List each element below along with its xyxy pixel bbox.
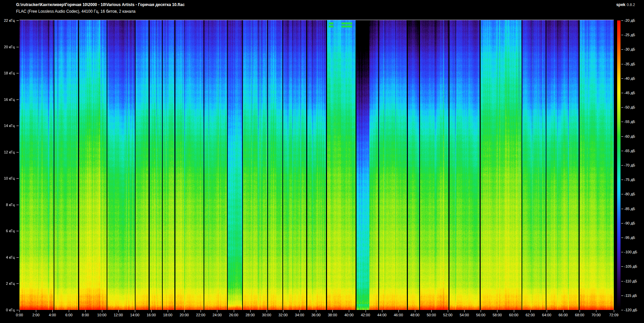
legend-tick [621,194,623,194]
file-path: G:\rutracker\Кантиливер\Горячая 10\2000 … [16,2,184,7]
legend-label: -50 дБ [624,105,635,110]
legend-label: -95 дБ [624,235,635,240]
time-tick [614,310,614,312]
freq-tick [16,73,19,73]
legend-tick [621,281,623,281]
legend-tick [621,20,623,21]
time-tick [481,310,481,312]
freq-tick [16,283,19,284]
legend-tick [621,49,623,50]
time-tick [596,310,596,312]
time-tick [398,310,399,312]
freq-tick [16,100,19,100]
legend-tick [621,122,623,122]
legend-label: -65 дБ [624,148,635,153]
freq-tick [16,20,19,21]
freq-label: 0 кГц [0,308,15,312]
time-tick [102,310,102,312]
time-tick [184,310,184,312]
freq-tick [16,126,19,126]
time-tick [135,310,135,312]
freq-label: 6 кГц [0,229,15,233]
time-tick [19,310,20,312]
legend-label: -25 дБ [624,33,635,37]
legend-tick [621,35,623,35]
time-tick [267,310,267,312]
time-tick [36,310,36,312]
freq-tick [16,257,19,258]
legend-label: -90 дБ [624,221,635,225]
app-version: 0.8.2 [627,3,635,7]
time-tick [547,310,547,312]
freq-label: 22 кГц [0,18,15,23]
time-tick [366,310,366,312]
time-tick [382,310,382,312]
legend-label: -35 дБ [624,62,635,66]
legend-tick [621,296,623,296]
spectrogram-canvas [19,20,614,310]
freq-tick [16,231,19,231]
legend-tick [621,136,623,137]
time-tick [168,310,168,312]
legend-tick [621,64,623,64]
time-tick [332,310,333,312]
time-tick [316,310,316,312]
time-tick [151,310,152,312]
freq-label: 2 кГц [0,281,15,286]
legend-label: -20 дБ [624,18,635,23]
freq-tick [16,152,19,152]
time-tick [118,310,119,312]
legend-tick [621,310,623,310]
time-tick [580,310,580,312]
time-tick [448,310,448,312]
legend-tick [621,209,623,209]
time-tick [349,310,349,312]
time-tick [563,310,564,312]
time-tick [431,310,432,312]
legend-tick [621,78,623,79]
freq-tick [16,178,19,179]
time-tick [85,310,86,312]
legend-tick [621,165,623,166]
legend-tick [621,223,623,223]
time-tick [201,310,201,312]
time-label: 72:09 [604,313,624,317]
time-tick [250,310,251,312]
legend-label: -55 дБ [624,119,635,124]
time-tick [415,310,415,312]
app-title: spek0.8.2 [616,2,635,7]
legend-label: -85 дБ [624,206,635,211]
freq-label: 10 кГц [0,176,15,181]
time-tick [217,310,217,312]
legend-tick [621,180,623,180]
time-tick [283,310,283,312]
time-tick [514,310,514,312]
legend-label: -70 дБ [624,163,635,168]
legend-label: -45 дБ [624,90,635,95]
legend-label: -100 дБ [624,250,637,254]
legend-tick [621,151,623,151]
legend-tick [621,266,623,267]
app-name: spek [616,2,625,7]
freq-label: 14 кГц [0,123,15,128]
legend-label: -60 дБ [624,134,635,139]
freq-tick [16,310,19,310]
freq-tick [16,205,19,205]
legend-label: -40 дБ [624,76,635,81]
freq-label: 20 кГц [0,45,15,49]
legend-label: -105 дБ [624,264,637,269]
time-tick [464,310,465,312]
file-info: FLAC (Free Lossless Audio Codec), 44100 … [16,9,136,14]
legend-tick [621,252,623,252]
legend-label: -120 дБ [624,308,637,312]
freq-label: 18 кГц [0,71,15,75]
freq-label: 16 кГц [0,97,15,102]
time-tick [300,310,300,312]
time-tick [497,310,497,312]
legend-colorbar [617,20,621,310]
time-tick [530,310,531,312]
freq-label: 4 кГц [0,255,15,260]
legend-label: -75 дБ [624,177,635,182]
legend-tick [621,238,623,238]
legend-tick [621,93,623,93]
